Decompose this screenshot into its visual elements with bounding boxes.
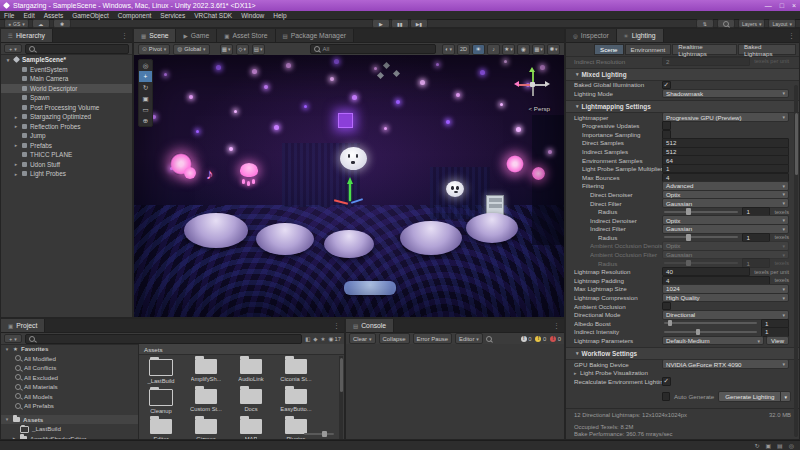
subtab-realtime-lightmaps[interactable]: Realtime Lightmaps bbox=[672, 44, 737, 55]
snap-toggle[interactable]: ◇▾ bbox=[236, 44, 249, 55]
tab-scene[interactable]: ▦Scene bbox=[134, 29, 176, 42]
grid-status-icon[interactable]: ▤ bbox=[777, 442, 783, 449]
panel-menu-icon[interactable]: ⋮ bbox=[121, 32, 128, 40]
tab-hierarchy[interactable]: ☰ Hierarchy bbox=[1, 29, 53, 42]
menu-component[interactable]: Component bbox=[118, 12, 152, 19]
snap-increment-dropdown[interactable]: ▤▾ bbox=[252, 44, 265, 55]
scene-visibility-toggle[interactable]: ◉ bbox=[517, 44, 530, 55]
section-workflow-settings[interactable]: ▾Workflow Settings bbox=[566, 347, 799, 360]
tab-console[interactable]: ▤ Console bbox=[346, 319, 394, 332]
activity-icon[interactable]: ◎ bbox=[789, 442, 794, 449]
favorite-all-conflicts[interactable]: All Conflicts bbox=[1, 363, 138, 373]
effects-dropdown[interactable]: ★▾ bbox=[502, 44, 515, 55]
move-tool[interactable]: + bbox=[139, 71, 152, 82]
menu-gameobject[interactable]: GameObject bbox=[72, 12, 109, 19]
assets-root-folder[interactable]: ▾Assets bbox=[1, 415, 138, 425]
scrollbar[interactable] bbox=[339, 356, 343, 439]
console-error-filter[interactable]: !0 bbox=[550, 336, 561, 342]
asset-folder-map[interactable]: MAP bbox=[233, 419, 269, 439]
asset-folder-lastbuild[interactable]: _LastBuild bbox=[143, 359, 179, 384]
subtab-environment[interactable]: Environment bbox=[625, 44, 672, 55]
audio-toggle[interactable]: ♪ bbox=[487, 44, 500, 55]
asset-folder-editor[interactable]: Editor bbox=[143, 419, 179, 439]
hierarchy-item-world-descriptor[interactable]: World Descriptor bbox=[1, 84, 132, 94]
layout-dropdown[interactable]: Layout▾ bbox=[768, 19, 796, 28]
cache-icon[interactable]: ▣ bbox=[765, 442, 771, 449]
panel-menu-icon[interactable]: ⋮ bbox=[788, 32, 795, 40]
asset-folder-gizmos[interactable]: Gizmos bbox=[188, 419, 224, 439]
favorite-all-materials[interactable]: All Materials bbox=[1, 382, 138, 392]
grid-visibility-dropdown[interactable]: ▦▾ bbox=[220, 44, 233, 55]
menu-window[interactable]: Window bbox=[241, 12, 264, 19]
hierarchy-item-stargazing-optimized[interactable]: ▸Stargazing Optimized bbox=[1, 112, 132, 122]
orientation-gizmo[interactable] bbox=[514, 67, 550, 103]
scrollbar[interactable] bbox=[794, 85, 798, 437]
scene-lighting-toggle[interactable]: ☀ bbox=[472, 44, 485, 55]
generate-lighting-button[interactable]: Generate Lighting ▾ bbox=[718, 391, 791, 403]
hierarchy-item-post-processing-volume[interactable]: Post Processing Volume bbox=[1, 103, 132, 113]
search-by-type-icon[interactable]: ◧ bbox=[305, 336, 310, 342]
section-mixed-lighting[interactable]: ▾Mixed Lighting bbox=[566, 68, 799, 81]
console-info-filter[interactable]: !0 bbox=[521, 336, 532, 342]
asset-folder-ciconia-st[interactable]: Ciconia St... bbox=[278, 359, 314, 384]
tree-folder-amplifyshadereditor[interactable]: ▸AmplifyShaderEditor bbox=[1, 434, 138, 440]
menu-edit[interactable]: Edit bbox=[23, 12, 34, 19]
hierarchy-search-input[interactable] bbox=[25, 44, 129, 54]
tab-asset-store[interactable]: ▣Asset Store bbox=[217, 29, 275, 42]
project-search-input[interactable] bbox=[25, 334, 302, 344]
hierarchy-item-prefabs[interactable]: ▸Prefabs bbox=[1, 141, 132, 151]
hierarchy-root-scene[interactable]: ▾SampleScene* bbox=[1, 55, 132, 65]
radius-slider[interactable] bbox=[664, 236, 738, 238]
view-hand-tool[interactable]: ◎ bbox=[139, 60, 152, 71]
tab-inspector[interactable]: ◎ Inspector bbox=[566, 29, 617, 42]
maximize-button[interactable]: □ bbox=[780, 2, 784, 9]
account-button[interactable]: ● GS ▾ bbox=[4, 19, 29, 28]
favorite-all-modified[interactable]: All Modified bbox=[1, 354, 138, 364]
auto-generate-checkbox[interactable] bbox=[662, 392, 671, 401]
hidden-packages-toggle[interactable]: ◉17 bbox=[328, 336, 341, 342]
asset-folder-plugins[interactable]: Plugins bbox=[278, 419, 314, 439]
radius-value-field[interactable]: 1 bbox=[742, 258, 770, 267]
rotate-tool[interactable]: ↻ bbox=[139, 82, 152, 93]
gizmo-x-axis[interactable] bbox=[518, 84, 530, 86]
progressive-updates-checkbox[interactable] bbox=[662, 121, 671, 130]
cloud-button[interactable]: ☁ bbox=[32, 19, 50, 28]
slider-thumb[interactable] bbox=[322, 431, 327, 437]
console-warning-filter[interactable]: !0 bbox=[535, 336, 546, 342]
tab-game[interactable]: ▶Game bbox=[176, 29, 217, 42]
console-collapse-button[interactable]: Collapse bbox=[379, 333, 410, 344]
menu-services[interactable]: Services bbox=[160, 12, 185, 19]
asset-folder-audiolink[interactable]: AudioLink bbox=[233, 359, 269, 384]
slider-thumb[interactable] bbox=[686, 234, 691, 241]
hierarchy-item-light-probes[interactable]: ▸Light Probes bbox=[1, 169, 132, 179]
indirect-intensity-slider[interactable] bbox=[664, 331, 757, 333]
create-asset-button[interactable]: +▾ bbox=[4, 334, 22, 343]
add-object-button[interactable]: +▾ bbox=[4, 44, 22, 53]
menu-help[interactable]: Help bbox=[273, 12, 286, 19]
lightmapper-dropdown[interactable]: Progressive GPU (Preview)▾ bbox=[662, 112, 789, 122]
hierarchy-item-reflection-probes[interactable]: ▸Reflection Probes bbox=[1, 122, 132, 132]
lightmap-compression-dropdown[interactable]: High Quality▾ bbox=[662, 293, 789, 303]
scrollbar-thumb[interactable] bbox=[340, 358, 343, 392]
slider-thumb[interactable] bbox=[686, 260, 691, 267]
tree-folder-lastbuild[interactable]: _LastBuild bbox=[1, 424, 138, 434]
asset-folder-cleanup[interactable]: Cleanup bbox=[143, 389, 179, 414]
slider-thumb[interactable] bbox=[686, 208, 691, 215]
recalculate-environment-lighting-checkbox[interactable]: ✓ bbox=[662, 377, 671, 386]
pivot-dropdown[interactable]: ⊙ Pivot▾ bbox=[138, 44, 170, 55]
tab-package-manager[interactable]: ▤Package Manager bbox=[276, 29, 354, 42]
console-clear-button[interactable]: Clear▾ bbox=[349, 333, 376, 344]
menu-assets[interactable]: Assets bbox=[44, 12, 64, 19]
camera-settings-dropdown[interactable]: ▦▾ bbox=[532, 44, 545, 55]
save-search-icon[interactable]: ★ bbox=[321, 336, 326, 342]
scrollbar-thumb[interactable] bbox=[795, 113, 798, 175]
preferences-button[interactable]: ✱ bbox=[53, 19, 71, 28]
hierarchy-item-eventsystem[interactable]: EventSystem bbox=[1, 65, 132, 75]
global-dropdown[interactable]: ◍ Global▾ bbox=[173, 44, 209, 55]
hierarchy-item-jump[interactable]: Jump bbox=[1, 131, 132, 141]
scale-tool[interactable]: ▣ bbox=[139, 93, 152, 104]
asset-folder-easybutto[interactable]: EasyButto... bbox=[278, 389, 314, 414]
lightmap-parameters-dropdown[interactable]: Default-Medium▾ bbox=[662, 336, 764, 346]
menu-file[interactable]: File bbox=[4, 12, 14, 19]
search-icon[interactable] bbox=[486, 336, 492, 342]
